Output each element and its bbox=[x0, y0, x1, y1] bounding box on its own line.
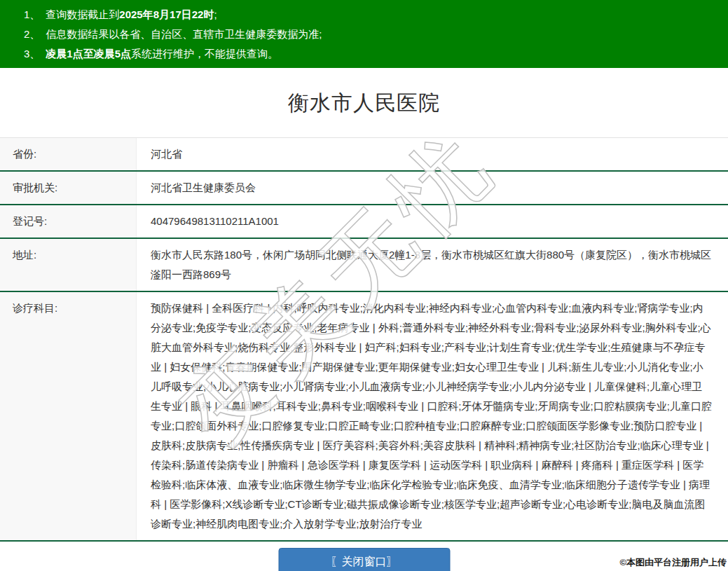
table-row-province: 省份: 河北省 bbox=[0, 138, 728, 172]
row-value: 河北省 bbox=[137, 138, 728, 170]
table-row-address: 地址: 衡水市人民东路180号，休闲广场胡同北侧联通大厦2幢1-3层，衡水市桃城… bbox=[0, 239, 728, 292]
row-value: 40479649813110211A1001 bbox=[137, 205, 728, 238]
notice-number: 3、 bbox=[24, 48, 40, 60]
notice-text: 查询数据截止到 bbox=[46, 8, 119, 20]
row-label: 诊疗科目: bbox=[0, 292, 137, 540]
row-value: 河北省卫生健康委员会 bbox=[137, 172, 728, 204]
notice-item-1: 1、查询数据截止到2025年8月17日22时; bbox=[24, 5, 720, 25]
notice-highlight: 2025年8月17日22时 bbox=[119, 8, 214, 20]
hospital-info-table: 省份: 河北省 审批机关: 河北省卫生健康委员会 登记号: 4047964981… bbox=[0, 137, 728, 542]
table-row-approval-authority: 审批机关: 河北省卫生健康委员会 bbox=[0, 172, 728, 205]
row-value: 衡水市人民东路180号，休闲广场胡同北侧联通大厦2幢1-3层，衡水市桃城区红旗大… bbox=[137, 239, 728, 291]
upload-credit: ©本图由平台注册用户上传 bbox=[619, 556, 727, 569]
notice-item-2: 2、信息数据结果以各省、自治区、直辖市卫生健康委数据为准; bbox=[24, 25, 720, 44]
query-result-page: 1、查询数据截止到2025年8月17日22时; 2、信息数据结果以各省、自治区、… bbox=[0, 0, 728, 571]
notice-number: 1、 bbox=[24, 8, 40, 20]
close-window-button[interactable]: 〖关闭窗口〗 bbox=[278, 548, 450, 571]
notice-text: ; bbox=[214, 8, 217, 20]
row-label: 登记号: bbox=[0, 205, 137, 238]
hospital-title: 衡水市人民医院 bbox=[0, 68, 728, 137]
table-row-medical-departments: 诊疗科目: 预防保健科 | 全科医疗科 | 内科;呼吸内科专业;消化内科专业;神… bbox=[0, 292, 728, 542]
notice-item-3: 3、凌晨1点至凌晨5点系统进行维护，不能提供查询。 bbox=[24, 44, 720, 64]
row-label: 地址: bbox=[0, 239, 137, 291]
row-label: 审批机关: bbox=[0, 172, 137, 204]
notice-text: 信息数据结果以各省、自治区、直辖市卫生健康委数据为准; bbox=[46, 28, 322, 40]
notice-text: 系统进行维护，不能提供查询。 bbox=[131, 48, 278, 60]
notice-banner: 1、查询数据截止到2025年8月17日22时; 2、信息数据结果以各省、自治区、… bbox=[0, 0, 728, 68]
row-value: 预防保健科 | 全科医疗科 | 内科;呼吸内科专业;消化内科专业;神经内科专业;… bbox=[137, 292, 728, 540]
row-label: 省份: bbox=[0, 138, 137, 170]
table-row-registration-number: 登记号: 40479649813110211A1001 bbox=[0, 205, 728, 239]
notice-highlight: 凌晨1点至凌晨5点 bbox=[46, 48, 131, 60]
notice-number: 2、 bbox=[24, 28, 40, 40]
